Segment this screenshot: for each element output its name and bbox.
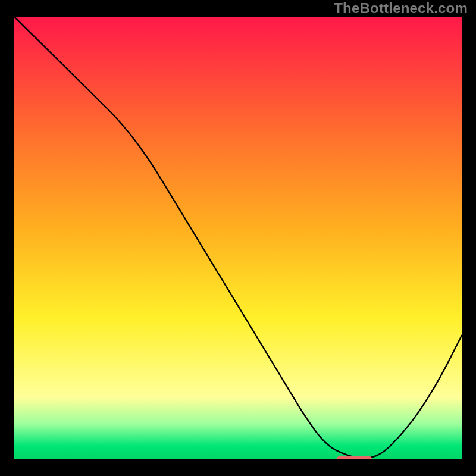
sweet-spot-marker xyxy=(336,456,372,459)
bottleneck-chart xyxy=(14,17,462,459)
chart-frame: TheBottleneck.com xyxy=(0,0,476,476)
plot-area xyxy=(14,17,462,459)
watermark-text: TheBottleneck.com xyxy=(334,0,468,17)
